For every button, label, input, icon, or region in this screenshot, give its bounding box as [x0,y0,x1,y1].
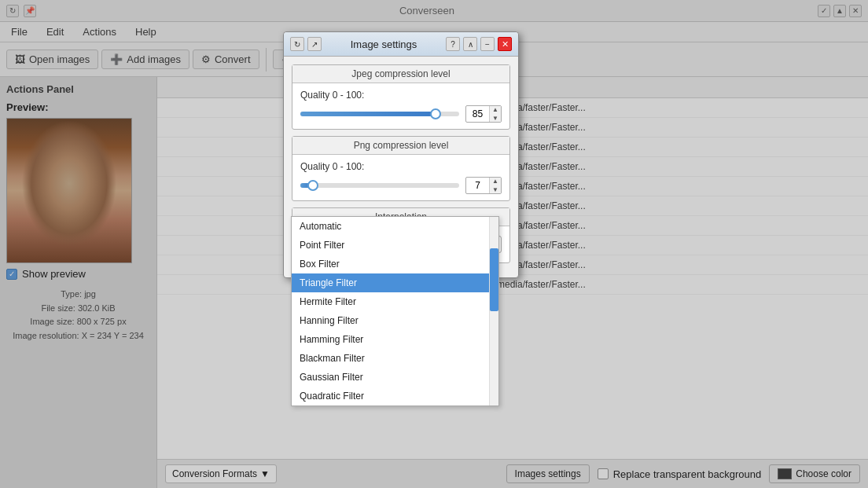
dialog-title-text: Image settings [322,39,446,50]
dropdown-item-quadratic[interactable]: Quadratic Filter [292,387,498,405]
png-section-title: Png compression level [292,137,509,155]
jpeg-section-title: Jpeg compression level [292,65,509,83]
png-section: Png compression level Quality 0 - 100: 7… [292,136,510,201]
dialog-close-button[interactable]: ✕ [498,37,512,51]
png-spinbox-arrows: ▲ ▼ [489,177,501,194]
jpeg-spin-down[interactable]: ▼ [490,114,501,123]
dropdown-item-hanning[interactable]: Hanning Filter [292,311,498,330]
dropdown-item-point[interactable]: Point Filter [292,236,498,255]
dialog-refresh-icon[interactable]: ↻ [290,37,304,51]
scrollbar-thumb[interactable] [490,248,498,311]
dialog-title-bar: ↻ ↗ Image settings ? ∧ − ✕ [284,32,518,57]
dropdown-scrollbar[interactable] [489,217,498,405]
dialog-pin2-icon[interactable]: ∧ [463,37,477,51]
jpeg-section-content: Quality 0 - 100: 85 ▲ ▼ [292,83,509,129]
jpeg-spinbox-value[interactable]: 85 [466,107,489,121]
dialog-min-icon[interactable]: − [480,37,495,51]
dropdown-item-hamming[interactable]: Hamming Filter [292,330,498,349]
jpeg-slider-fill [300,112,436,116]
dropdown-item-blackman[interactable]: Blackman Filter [292,349,498,368]
dropdown-item-hermite[interactable]: Hermite Filter [292,292,498,311]
jpeg-slider-thumb[interactable] [430,108,441,119]
png-spin-down[interactable]: ▼ [490,185,501,194]
png-spin-up[interactable]: ▲ [490,177,501,185]
jpeg-section: Jpeg compression level Quality 0 - 100: … [292,64,510,130]
png-section-content: Quality 0 - 100: 7 ▲ ▼ [292,155,509,200]
jpeg-slider-track[interactable] [300,112,459,116]
png-quality-label: Quality 0 - 100: [300,161,502,172]
dropdown-item-triangle[interactable]: Triangle Filter [292,273,498,292]
png-spinbox[interactable]: 7 ▲ ▼ [465,177,502,194]
dropdown-item-gaussian[interactable]: Gaussian Filter [292,368,498,387]
jpeg-spinbox-arrows: ▲ ▼ [489,105,501,123]
jpeg-spinbox[interactable]: 85 ▲ ▼ [465,105,502,123]
dialog-control-icons: ? ∧ − ✕ [446,37,512,51]
dropdown-item-box[interactable]: Box Filter [292,255,498,273]
jpeg-slider-row: 85 ▲ ▼ [300,105,502,123]
filter-dropdown-list: Automatic Point Filter Box Filter Triang… [291,216,499,406]
dialog-help-icon[interactable]: ? [446,37,460,51]
dialog-title-icons: ↻ ↗ [290,37,322,51]
jpeg-spin-up[interactable]: ▲ [490,105,501,114]
png-slider-thumb[interactable] [307,180,318,191]
dialog-pin-icon[interactable]: ↗ [307,37,322,51]
png-slider-track[interactable] [300,183,459,188]
png-slider-row: 7 ▲ ▼ [300,177,502,194]
jpeg-quality-label: Quality 0 - 100: [300,90,502,101]
dropdown-item-automatic[interactable]: Automatic [292,217,498,236]
png-spinbox-value[interactable]: 7 [466,178,489,193]
